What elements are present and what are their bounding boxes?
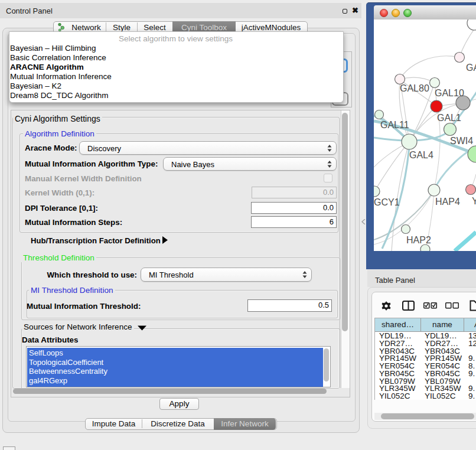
svg-text:HAP4: HAP4 bbox=[435, 197, 460, 207]
svg-text:Y: Y bbox=[472, 196, 476, 206]
svg-text:HAP2: HAP2 bbox=[406, 235, 431, 245]
svg-text:GAL10: GAL10 bbox=[435, 88, 464, 98]
svg-text:SWI4: SWI4 bbox=[450, 136, 473, 146]
svg-text:GCY1: GCY1 bbox=[374, 197, 400, 207]
svg-text:GAL80: GAL80 bbox=[400, 83, 429, 93]
svg-text:GAL: GAL bbox=[466, 63, 476, 73]
svg-text:GAL11: GAL11 bbox=[380, 120, 409, 130]
svg-text:GAL4: GAL4 bbox=[409, 150, 433, 160]
svg-text:GAL1: GAL1 bbox=[437, 113, 461, 123]
